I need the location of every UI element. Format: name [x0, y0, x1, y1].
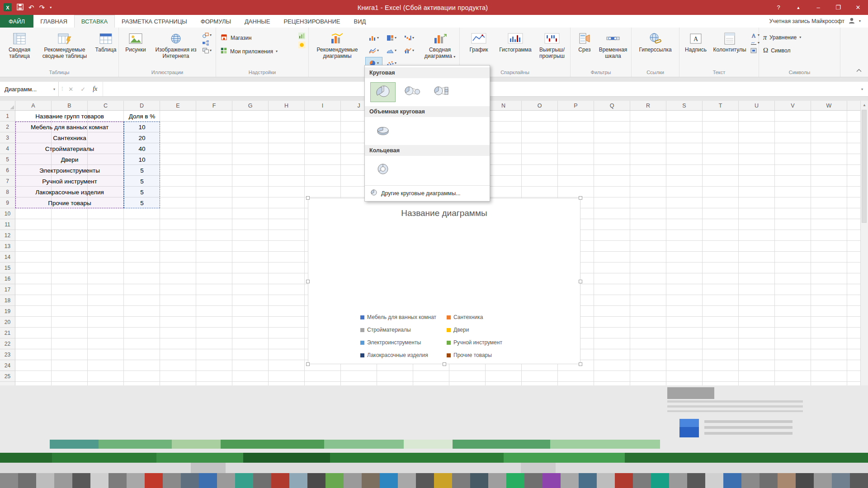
cell-value-row4[interactable]: 40 [124, 143, 160, 154]
column-header-T[interactable]: T [703, 101, 739, 110]
column-header-F[interactable]: F [196, 101, 232, 110]
chart-title[interactable]: Название диаграммы [308, 208, 580, 218]
recommended-charts-button[interactable]: Рекомендуемые диаграммы [311, 29, 364, 69]
row-header-8[interactable]: 8 [0, 187, 15, 197]
row-header-5[interactable]: 5 [0, 154, 15, 165]
cell-name-row2[interactable]: Мебель для ванных комнат [15, 122, 124, 132]
column-header-N[interactable]: N [486, 101, 522, 110]
recommended-pivot-tables-button[interactable]: Рекомендуемые сводные таблицы [37, 29, 92, 69]
sparkline-column-button[interactable]: Гистограмма [496, 29, 535, 69]
row-header-12[interactable]: 12 [0, 230, 15, 241]
row-header-3[interactable]: 3 [0, 132, 15, 143]
name-box[interactable]: Диаграмм... ▾ [0, 82, 59, 96]
column-header-A[interactable]: A [15, 101, 52, 110]
column-header-U[interactable]: U [739, 101, 775, 110]
sparkline-line-button[interactable]: График [462, 29, 496, 69]
collapse-ribbon-button[interactable] [856, 66, 862, 74]
row-header-19[interactable]: 19 [0, 306, 15, 317]
cell-value-row9[interactable]: 5 [124, 197, 160, 208]
cell-value-row5[interactable]: 10 [124, 154, 160, 165]
column-header-P[interactable]: P [558, 101, 594, 110]
column-header-V[interactable]: V [775, 101, 811, 110]
column-header-C[interactable]: C [88, 101, 124, 110]
object-button[interactable] [750, 48, 760, 53]
row-header-2[interactable]: 2 [0, 122, 15, 132]
row-header-11[interactable]: 11 [0, 219, 15, 230]
insert-line-chart-button[interactable]: ▾ [365, 44, 382, 56]
column-header-B[interactable]: B [52, 101, 88, 110]
pie-2d-option[interactable] [370, 82, 396, 102]
row-header-1[interactable]: 1 [0, 111, 15, 122]
pie-3d-option[interactable] [370, 121, 396, 141]
tab-page-layout[interactable]: РАЗМЕТКА СТРАНИЦЫ [115, 15, 194, 28]
doughnut-option[interactable] [370, 160, 396, 180]
tab-data[interactable]: ДАННЫЕ [238, 15, 277, 28]
tab-view[interactable]: ВИД [347, 15, 373, 28]
cell-value-header[interactable]: Доля в % [124, 111, 160, 122]
column-header-D[interactable]: D [124, 101, 160, 110]
save-icon[interactable] [17, 4, 24, 11]
cell-value-row2[interactable]: 10 [124, 122, 160, 132]
row-header-18[interactable]: 18 [0, 295, 15, 306]
chart-object[interactable]: Название диаграммы Мебель для ванных ком… [308, 198, 580, 364]
insert-function-icon[interactable]: fx [93, 85, 97, 93]
tab-formulas[interactable]: ФОРМУЛЫ [194, 15, 238, 28]
addin-app-icon[interactable] [298, 42, 305, 48]
tab-file[interactable]: ФАЙЛ [0, 15, 33, 28]
column-header-W[interactable]: W [811, 101, 847, 110]
wordart-button[interactable]: A ▾ [750, 33, 760, 38]
shapes-button[interactable]: ▾ [203, 33, 212, 38]
row-header-17[interactable]: 17 [0, 284, 15, 295]
cell-name-row8[interactable]: Лакокрасочные изделия [15, 187, 124, 197]
cell-name-row5[interactable]: Двери [15, 154, 124, 165]
cell-name-row4[interactable]: Стройматериалы [15, 143, 124, 154]
chart-handle-e[interactable] [579, 280, 582, 283]
insert-surface-chart-button[interactable]: ▾ [383, 44, 400, 56]
tab-review[interactable]: РЕЦЕНЗИРОВАНИЕ [277, 15, 347, 28]
column-header-E[interactable]: E [160, 101, 196, 110]
ribbon-display-options-button[interactable]: ▲ [788, 0, 808, 15]
chart-handle-w[interactable] [306, 280, 310, 283]
signature-line-button[interactable]: ▾ [750, 40, 760, 46]
column-header-O[interactable]: O [522, 101, 558, 110]
row-header-10[interactable]: 10 [0, 208, 15, 219]
column-header-I[interactable]: I [305, 101, 341, 110]
row-header-7[interactable]: 7 [0, 176, 15, 187]
pivot-table-button[interactable]: Сводная таблица [2, 29, 37, 69]
scrollbar-thumb[interactable] [862, 110, 867, 223]
screenshot-button[interactable]: ▾ [203, 48, 212, 53]
column-header-Q[interactable]: Q [594, 101, 630, 110]
chart-handle-s[interactable] [443, 362, 446, 366]
my-apps-button[interactable]: Мои приложения ▾ [218, 46, 297, 56]
chart-handle-sw[interactable] [306, 362, 310, 366]
minimize-button[interactable]: – [808, 0, 828, 15]
cell-name-row9[interactable]: Прочие товары [15, 197, 124, 208]
undo-icon[interactable]: ↶ [28, 4, 34, 11]
select-all-corner[interactable] [0, 101, 15, 111]
expand-formula-bar-icon[interactable]: ▾ [856, 87, 868, 91]
account-area[interactable]: Учетная запись Майкрософт ▾ [769, 15, 868, 28]
cell-name-row6[interactable]: Электроинструменты [15, 165, 124, 176]
row-header-20[interactable]: 20 [0, 317, 15, 328]
insert-waterfall-chart-button[interactable]: ▾ [401, 32, 418, 44]
column-header-G[interactable]: G [232, 101, 269, 110]
cell-value-row6[interactable]: 5 [124, 165, 160, 176]
pictures-button[interactable]: Рисунки [121, 29, 151, 69]
bar-of-pie-option[interactable] [429, 82, 454, 102]
close-button[interactable]: ✕ [848, 0, 868, 15]
sparkline-winloss-button[interactable]: Выигрыш/проигрыш [535, 29, 569, 69]
scroll-up-arrow-icon[interactable]: ▲ [861, 101, 868, 109]
column-header-S[interactable]: S [666, 101, 703, 110]
cell-name-row3[interactable]: Сантехника [15, 132, 124, 143]
cell-value-row7[interactable]: 5 [124, 176, 160, 187]
pie-of-pie-option[interactable] [400, 82, 425, 102]
customize-qat-arrow-icon[interactable]: ▾ [50, 6, 52, 9]
chart-handle-nw[interactable] [306, 196, 310, 200]
slicer-button[interactable]: Срез [572, 29, 597, 69]
help-button[interactable]: ? [769, 0, 788, 15]
row-header-23[interactable]: 23 [0, 349, 15, 360]
store-button[interactable]: Магазин [218, 33, 297, 43]
row-header-9[interactable]: 9 [0, 197, 15, 208]
row-header-22[interactable]: 22 [0, 338, 15, 349]
row-header-25[interactable]: 25 [0, 371, 15, 382]
